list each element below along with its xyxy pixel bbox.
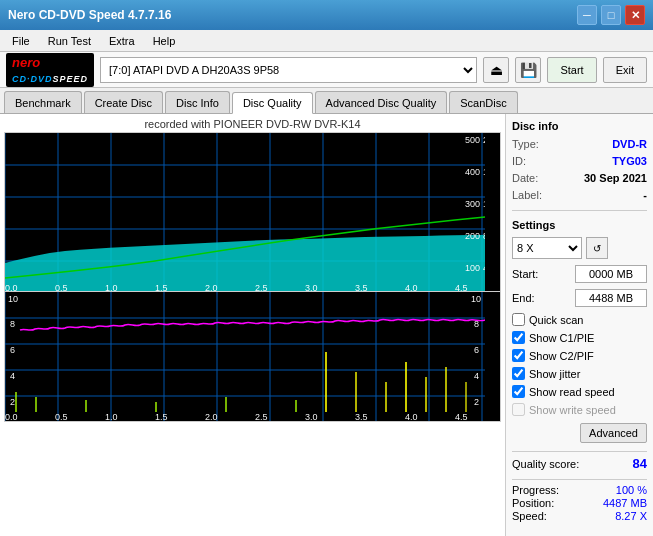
advanced-button[interactable]: Advanced bbox=[580, 423, 647, 443]
show-jitter-row: Show jitter bbox=[512, 367, 647, 380]
speed-settings-row: 8 X ↺ bbox=[512, 237, 647, 259]
progress-section: Progress: 100 % Position: 4487 MB Speed:… bbox=[512, 479, 647, 523]
exit-button[interactable]: Exit bbox=[603, 57, 647, 83]
title-bar: Nero CD-DVD Speed 4.7.7.16 ─ □ ✕ bbox=[0, 0, 653, 30]
tab-scan-disc[interactable]: ScanDisc bbox=[449, 91, 517, 113]
label-value: - bbox=[643, 189, 647, 201]
svg-text:2.5: 2.5 bbox=[255, 412, 268, 422]
svg-text:2.5: 2.5 bbox=[255, 283, 268, 292]
svg-text:400: 400 bbox=[465, 167, 480, 177]
lower-chart: 10 8 6 4 2 10 8 6 4 2 bbox=[4, 292, 501, 422]
toolbar: nero CD·DVDSPEED [7:0] ATAPI DVD A DH20A… bbox=[0, 52, 653, 88]
svg-text:200: 200 bbox=[465, 231, 480, 241]
chart-area: recorded with PIONEER DVD-RW DVR-K14 bbox=[0, 114, 505, 536]
show-jitter-checkbox[interactable] bbox=[512, 367, 525, 380]
maximize-button[interactable]: □ bbox=[601, 5, 621, 25]
tab-disc-quality[interactable]: Disc Quality bbox=[232, 92, 313, 114]
show-c1pie-label: Show C1/PIE bbox=[529, 332, 594, 344]
quality-score-value: 84 bbox=[633, 456, 647, 471]
id-label: ID: bbox=[512, 155, 526, 167]
id-value: TYG03 bbox=[612, 155, 647, 167]
progress-label: Progress: bbox=[512, 484, 559, 496]
svg-text:0.0: 0.0 bbox=[5, 283, 18, 292]
show-write-speed-checkbox[interactable] bbox=[512, 403, 525, 416]
menu-bar: File Run Test Extra Help bbox=[0, 30, 653, 52]
show-c1pie-checkbox[interactable] bbox=[512, 331, 525, 344]
start-button[interactable]: Start bbox=[547, 57, 596, 83]
svg-rect-36 bbox=[5, 292, 485, 422]
svg-rect-73 bbox=[465, 382, 467, 412]
show-write-speed-label: Show write speed bbox=[529, 404, 616, 416]
chart-title: recorded with PIONEER DVD-RW DVR-K14 bbox=[4, 118, 501, 130]
svg-text:4: 4 bbox=[483, 263, 485, 273]
refresh-icon[interactable]: ↺ bbox=[586, 237, 608, 259]
lower-chart-svg: 10 8 6 4 2 10 8 6 4 2 bbox=[5, 292, 485, 422]
eject-icon[interactable]: ⏏ bbox=[483, 57, 509, 83]
tab-disc-info[interactable]: Disc Info bbox=[165, 91, 230, 113]
menu-help[interactable]: Help bbox=[145, 33, 184, 49]
label-label: Label: bbox=[512, 189, 542, 201]
position-value: 4487 MB bbox=[603, 497, 647, 509]
quick-scan-row: Quick scan bbox=[512, 313, 647, 326]
svg-text:20: 20 bbox=[483, 135, 485, 145]
quality-score-row: Quality score: 84 bbox=[512, 451, 647, 471]
settings-title: Settings bbox=[512, 219, 647, 231]
menu-file[interactable]: File bbox=[4, 33, 38, 49]
save-icon[interactable]: 💾 bbox=[515, 57, 541, 83]
svg-rect-66 bbox=[295, 400, 297, 412]
tab-advanced-disc-quality[interactable]: Advanced Disc Quality bbox=[315, 91, 448, 113]
svg-rect-69 bbox=[385, 382, 387, 412]
minimize-button[interactable]: ─ bbox=[577, 5, 597, 25]
svg-text:4: 4 bbox=[10, 371, 15, 381]
app-title: Nero CD-DVD Speed 4.7.7.16 bbox=[8, 8, 171, 22]
show-read-speed-checkbox[interactable] bbox=[512, 385, 525, 398]
type-label: Type: bbox=[512, 138, 539, 150]
date-label: Date: bbox=[512, 172, 538, 184]
end-mb-input[interactable] bbox=[575, 289, 647, 307]
menu-run-test[interactable]: Run Test bbox=[40, 33, 99, 49]
quick-scan-checkbox[interactable] bbox=[512, 313, 525, 326]
date-value: 30 Sep 2021 bbox=[584, 172, 647, 184]
svg-rect-72 bbox=[445, 367, 447, 412]
svg-text:100: 100 bbox=[465, 263, 480, 273]
disc-label-row: Label: - bbox=[512, 189, 647, 201]
show-jitter-label: Show jitter bbox=[529, 368, 580, 380]
speed-value: 8.27 X bbox=[615, 510, 647, 522]
svg-text:3.0: 3.0 bbox=[305, 412, 318, 422]
main-content: recorded with PIONEER DVD-RW DVR-K14 bbox=[0, 114, 653, 536]
speed-select[interactable]: 8 X bbox=[512, 237, 582, 259]
divider-1 bbox=[512, 210, 647, 211]
position-row: Position: 4487 MB bbox=[512, 497, 647, 509]
quality-score-label: Quality score: bbox=[512, 458, 579, 470]
tab-benchmark[interactable]: Benchmark bbox=[4, 91, 82, 113]
svg-text:3.5: 3.5 bbox=[355, 283, 368, 292]
show-c1pie-row: Show C1/PIE bbox=[512, 331, 647, 344]
show-c2pif-label: Show C2/PIF bbox=[529, 350, 594, 362]
start-mb-input[interactable] bbox=[575, 265, 647, 283]
svg-text:4.0: 4.0 bbox=[405, 283, 418, 292]
disc-id-row: ID: TYG03 bbox=[512, 155, 647, 167]
svg-text:0.5: 0.5 bbox=[55, 412, 68, 422]
svg-rect-70 bbox=[405, 362, 407, 412]
tab-bar: Benchmark Create Disc Disc Info Disc Qua… bbox=[0, 88, 653, 114]
upper-chart-svg: 500 400 300 200 100 20 16 12 8 4 0.0 0.5… bbox=[5, 133, 485, 292]
menu-extra[interactable]: Extra bbox=[101, 33, 143, 49]
svg-text:2: 2 bbox=[474, 397, 479, 407]
close-button[interactable]: ✕ bbox=[625, 5, 645, 25]
svg-rect-67 bbox=[325, 352, 327, 412]
show-c2pif-checkbox[interactable] bbox=[512, 349, 525, 362]
progress-row: Progress: 100 % bbox=[512, 484, 647, 496]
svg-text:300: 300 bbox=[465, 199, 480, 209]
svg-rect-61 bbox=[15, 392, 17, 412]
svg-text:500: 500 bbox=[465, 135, 480, 145]
type-value: DVD-R bbox=[612, 138, 647, 150]
svg-text:1.0: 1.0 bbox=[105, 283, 118, 292]
svg-text:12: 12 bbox=[483, 199, 485, 209]
tab-create-disc[interactable]: Create Disc bbox=[84, 91, 163, 113]
drive-select[interactable]: [7:0] ATAPI DVD A DH20A3S 9P58 bbox=[100, 57, 477, 83]
svg-rect-64 bbox=[155, 402, 157, 412]
svg-text:6: 6 bbox=[474, 345, 479, 355]
end-label: End: bbox=[512, 292, 535, 304]
svg-text:10: 10 bbox=[471, 294, 481, 304]
svg-rect-68 bbox=[355, 372, 357, 412]
